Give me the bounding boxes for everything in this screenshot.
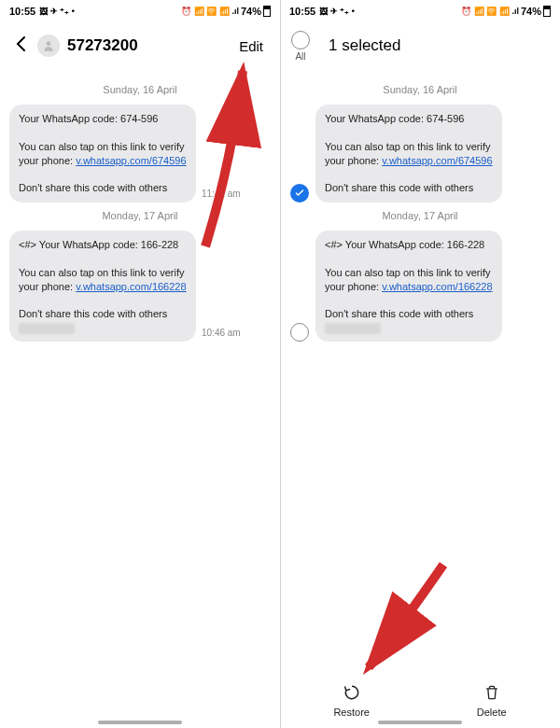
delete-button[interactable]: Delete — [477, 683, 507, 718]
checkbox-unchecked-icon[interactable] — [290, 323, 309, 342]
panel-selection: 10:55 🖼 ✈ ⁺₊ • ⏰ 📶 🛜 📶 .ıl 74% All 1 sel… — [280, 0, 560, 728]
message-bubble[interactable]: Your WhatsApp code: 674-596 You can also… — [9, 105, 196, 203]
checkbox-checked-icon[interactable] — [290, 184, 309, 203]
status-bar: 10:55 🖼 ✈ ⁺₊ • ⏰ 📶 🛜 📶 .ıl 74% — [0, 0, 280, 22]
message-line: <#> Your WhatsApp code: 166-228 — [325, 238, 493, 252]
message-row[interactable]: <#> Your WhatsApp code: 166-228 You can … — [289, 231, 551, 342]
status-time: 10:55 — [289, 6, 315, 17]
message-row[interactable]: <#> Your WhatsApp code: 166-228 You can … — [9, 231, 271, 342]
edit-button[interactable]: Edit — [233, 35, 269, 58]
message-line: Your WhatsApp code: 674-596 — [325, 112, 493, 126]
avatar[interactable] — [37, 35, 60, 57]
message-link[interactable]: v.whatsapp.com/674596 — [76, 155, 186, 166]
conversation-header: 57273200 Edit — [0, 22, 280, 69]
message-row[interactable]: Your WhatsApp code: 674-596 You can also… — [289, 105, 551, 203]
message-link[interactable]: v.whatsapp.com/166228 — [76, 281, 186, 292]
message-line: Your WhatsApp code: 674-596 — [19, 112, 187, 126]
restore-icon — [343, 683, 361, 704]
back-icon[interactable] — [11, 32, 30, 61]
selection-count: 1 selected — [329, 36, 401, 55]
status-left-icons: 🖼 ✈ ⁺₊ • — [39, 7, 75, 16]
status-bar: 10:55 🖼 ✈ ⁺₊ • ⏰ 📶 🛜 📶 .ıl 74% — [280, 0, 560, 22]
redacted-patch — [325, 323, 381, 334]
select-all-label: All — [295, 51, 305, 62]
status-left-icons: 🖼 ✈ ⁺₊ • — [319, 7, 355, 16]
message-line: Don't share this code with others — [19, 181, 187, 195]
battery-icon — [543, 6, 551, 17]
status-right-icons: ⏰ 📶 🛜 📶 .ıl — [461, 7, 519, 16]
status-time: 10:55 — [9, 6, 35, 17]
message-bubble[interactable]: <#> Your WhatsApp code: 166-228 You can … — [9, 231, 196, 342]
message-bubble[interactable]: Your WhatsApp code: 674-596 You can also… — [315, 105, 502, 203]
trash-icon — [483, 683, 501, 704]
message-line: Don't share this code with others — [325, 307, 493, 321]
date-separator: Sunday, 16 April — [9, 84, 271, 95]
selection-header: All 1 selected — [280, 22, 560, 69]
message-link[interactable]: v.whatsapp.com/674596 — [382, 155, 492, 166]
contact-title[interactable]: 57273200 — [67, 36, 226, 55]
redacted-patch — [19, 323, 75, 334]
action-bar: Restore Delete — [280, 672, 560, 728]
message-row[interactable]: Your WhatsApp code: 674-596 You can also… — [9, 105, 271, 203]
message-line: Don't share this code with others — [19, 307, 187, 321]
status-right-icons: ⏰ 📶 🛜 📶 .ıl — [181, 7, 239, 16]
home-indicator[interactable] — [378, 721, 462, 724]
status-battery: 74% — [241, 6, 261, 17]
message-line: Don't share this code with others — [325, 181, 493, 195]
panel-divider — [280, 0, 281, 728]
message-bubble[interactable]: <#> Your WhatsApp code: 166-228 You can … — [315, 231, 502, 342]
battery-icon — [263, 6, 271, 17]
message-link[interactable]: v.whatsapp.com/166228 — [382, 281, 492, 292]
home-indicator[interactable] — [98, 721, 182, 724]
date-separator: Monday, 17 April — [289, 210, 551, 221]
panel-conversation: 10:55 🖼 ✈ ⁺₊ • ⏰ 📶 🛜 📶 .ıl 74% 57273200 … — [0, 0, 280, 728]
message-time: 11:42 am — [202, 189, 241, 203]
delete-label: Delete — [477, 707, 507, 718]
svg-point-0 — [47, 41, 51, 46]
status-battery: 74% — [521, 6, 541, 17]
message-thread[interactable]: Sunday, 16 April Your WhatsApp code: 674… — [0, 69, 280, 728]
message-time: 10:46 am — [202, 328, 241, 342]
date-separator: Monday, 17 April — [9, 210, 271, 221]
select-all-button[interactable]: All — [291, 31, 310, 62]
restore-button[interactable]: Restore — [333, 683, 370, 718]
restore-label: Restore — [333, 707, 370, 718]
message-thread[interactable]: Sunday, 16 April Your WhatsApp code: 674… — [280, 69, 560, 672]
circle-outline-icon — [291, 31, 310, 49]
date-separator: Sunday, 16 April — [289, 84, 551, 95]
message-line: <#> Your WhatsApp code: 166-228 — [19, 238, 187, 252]
